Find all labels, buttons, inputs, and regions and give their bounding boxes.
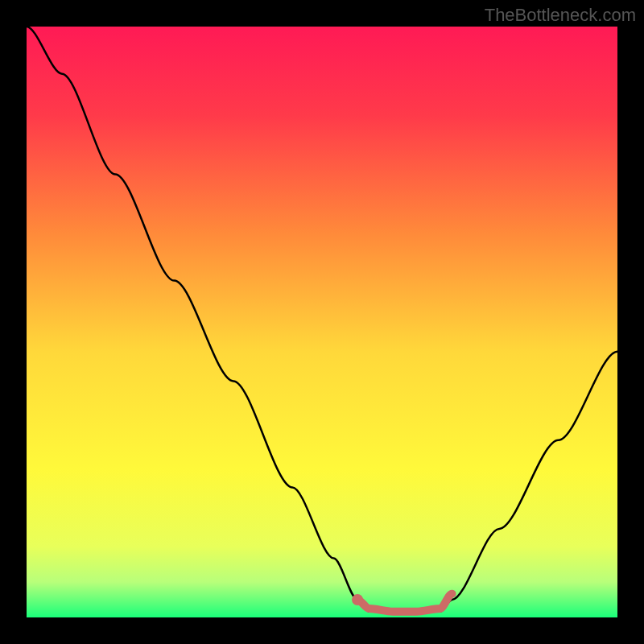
chart-container: TheBottleneck.com xyxy=(0,0,644,644)
bottleneck-chart xyxy=(0,0,644,644)
plot-background xyxy=(27,27,617,617)
watermark-text: TheBottleneck.com xyxy=(485,5,636,26)
highlight-dot xyxy=(352,594,363,605)
